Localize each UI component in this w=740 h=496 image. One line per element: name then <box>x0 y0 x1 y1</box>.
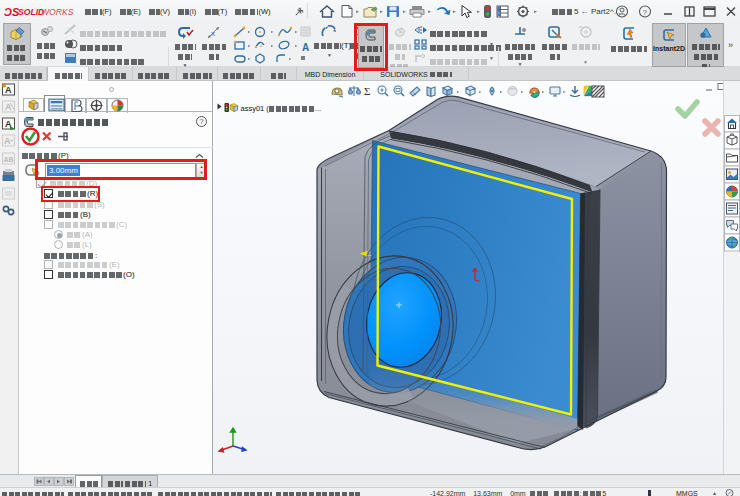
svg-text:Σ: Σ <box>364 85 370 97</box>
svg-text:A: A <box>5 85 12 95</box>
svg-text:+: + <box>10 137 14 143</box>
svg-text:A: A <box>5 102 12 112</box>
svg-text:?: ? <box>643 8 648 17</box>
svg-text:A: A <box>302 42 309 53</box>
svg-text:x: x <box>211 29 215 38</box>
svg-text:WORKS: WORKS <box>41 7 74 17</box>
svg-text:AB: AB <box>4 156 14 163</box>
